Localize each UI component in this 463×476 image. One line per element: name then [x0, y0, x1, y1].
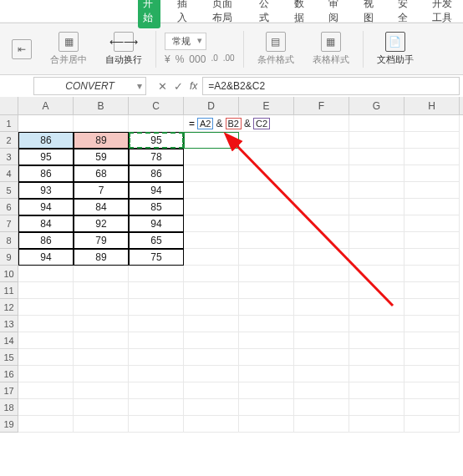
percent-icon[interactable]: %	[176, 53, 185, 65]
cell-F13[interactable]	[294, 316, 349, 332]
cell-H19[interactable]	[404, 416, 460, 433]
cell-F16[interactable]	[294, 366, 349, 382]
cell-C4[interactable]: 86	[129, 165, 184, 182]
cell-C14[interactable]	[129, 332, 184, 349]
cell-A10[interactable]	[18, 266, 74, 282]
name-box[interactable]: CONVERT	[33, 77, 146, 95]
cell-D12[interactable]	[184, 299, 239, 316]
wrap-text-icon[interactable]: ⟵⟶	[114, 32, 134, 52]
cell-B7[interactable]: 92	[74, 215, 129, 232]
cell-F4[interactable]	[294, 165, 349, 182]
cell-C7[interactable]: 94	[129, 215, 184, 232]
cell-G13[interactable]	[349, 316, 404, 332]
tab-layout[interactable]: 页面布局	[207, 0, 243, 28]
cell-B4[interactable]: 68	[74, 165, 129, 182]
cell-H10[interactable]	[404, 266, 460, 282]
tab-review[interactable]: 审阅	[323, 0, 346, 28]
row-header-16[interactable]: 16	[0, 366, 18, 382]
cell-B15[interactable]	[74, 349, 129, 366]
cell-E11[interactable]	[239, 282, 294, 299]
cell-B17[interactable]	[74, 382, 129, 399]
cell-A5[interactable]: 93	[18, 182, 74, 199]
cell-G14[interactable]	[349, 332, 404, 349]
currency-icon[interactable]: ¥	[165, 53, 170, 65]
tab-formula[interactable]: 公式	[254, 0, 277, 28]
cell-B2[interactable]: 89	[74, 132, 129, 149]
cell-G17[interactable]	[349, 382, 404, 399]
cell-H2[interactable]	[404, 132, 460, 149]
cell-B1[interactable]	[74, 115, 129, 132]
cell-C16[interactable]	[129, 366, 184, 382]
cell-F14[interactable]	[294, 332, 349, 349]
row-header-15[interactable]: 15	[0, 349, 18, 366]
cell-H11[interactable]	[404, 282, 460, 299]
cell-F15[interactable]	[294, 349, 349, 366]
cell-F18[interactable]	[294, 399, 349, 416]
cell-A8[interactable]: 86	[18, 232, 74, 249]
cell-edit-overlay[interactable]: = A2 & B2 & C2	[187, 117, 272, 130]
file-dropdown-icon[interactable]: ▾	[52, 6, 57, 17]
cell-C5[interactable]: 94	[129, 182, 184, 199]
cell-B18[interactable]	[74, 399, 129, 416]
cell-B13[interactable]	[74, 316, 129, 332]
col-header-E[interactable]: E	[239, 97, 294, 114]
cell-G5[interactable]	[349, 182, 404, 199]
cell-H4[interactable]	[404, 165, 460, 182]
cell-G4[interactable]	[349, 165, 404, 182]
cell-D10[interactable]	[184, 266, 239, 282]
cell-H12[interactable]	[404, 299, 460, 316]
cell-B8[interactable]: 79	[74, 232, 129, 249]
cell-E6[interactable]	[239, 199, 294, 215]
cell-H5[interactable]	[404, 182, 460, 199]
cell-B6[interactable]: 84	[74, 199, 129, 215]
cell-A2[interactable]: 86	[18, 132, 74, 149]
cell-H9[interactable]	[404, 249, 460, 266]
cell-H18[interactable]	[404, 399, 460, 416]
cell-C9[interactable]: 75	[129, 249, 184, 266]
cell-G1[interactable]	[349, 115, 404, 132]
cell-F5[interactable]	[294, 182, 349, 199]
cell-F10[interactable]	[294, 266, 349, 282]
row-header-10[interactable]: 10	[0, 266, 18, 282]
cell-H1[interactable]	[404, 115, 460, 132]
cell-B10[interactable]	[74, 266, 129, 282]
cell-E14[interactable]	[239, 332, 294, 349]
cell-G16[interactable]	[349, 366, 404, 382]
row-header-9[interactable]: 9	[0, 249, 18, 266]
cell-C3[interactable]: 78	[129, 149, 184, 165]
cell-D18[interactable]	[184, 399, 239, 416]
select-all-corner[interactable]	[0, 97, 18, 114]
formula-bar-input[interactable]	[202, 77, 460, 95]
accept-icon[interactable]: ✓	[174, 80, 183, 93]
undo-icon[interactable]: ↶	[104, 5, 114, 18]
row-header-19[interactable]: 19	[0, 416, 18, 433]
col-header-G[interactable]: G	[349, 97, 404, 114]
cell-F9[interactable]	[294, 249, 349, 266]
cell-A14[interactable]	[18, 332, 74, 349]
row-header-13[interactable]: 13	[0, 316, 18, 332]
cell-G15[interactable]	[349, 349, 404, 366]
cell-A19[interactable]	[18, 416, 74, 433]
cell-A3[interactable]: 95	[18, 149, 74, 165]
cell-D16[interactable]	[184, 366, 239, 382]
row-header-6[interactable]: 6	[0, 199, 18, 215]
decimal-decrease-icon[interactable]: .00	[223, 53, 235, 65]
cell-A9[interactable]: 94	[18, 249, 74, 266]
tab-dev[interactable]: 开发工具	[427, 0, 463, 28]
cell-A6[interactable]: 94	[18, 199, 74, 215]
cell-G3[interactable]	[349, 149, 404, 165]
cell-E10[interactable]	[239, 266, 294, 282]
cell-D11[interactable]	[184, 282, 239, 299]
cell-E15[interactable]	[239, 349, 294, 366]
cell-A17[interactable]	[18, 382, 74, 399]
cell-C12[interactable]	[129, 299, 184, 316]
cell-B3[interactable]: 59	[74, 149, 129, 165]
menu-icon[interactable]: ≡	[8, 7, 13, 17]
cell-F6[interactable]	[294, 199, 349, 215]
save-icon[interactable]: 🖫	[62, 5, 73, 18]
cell-D8[interactable]	[184, 232, 239, 249]
cell-A4[interactable]: 86	[18, 165, 74, 182]
cell-C13[interactable]	[129, 316, 184, 332]
row-header-3[interactable]: 3	[0, 149, 18, 165]
col-header-C[interactable]: C	[129, 97, 184, 114]
